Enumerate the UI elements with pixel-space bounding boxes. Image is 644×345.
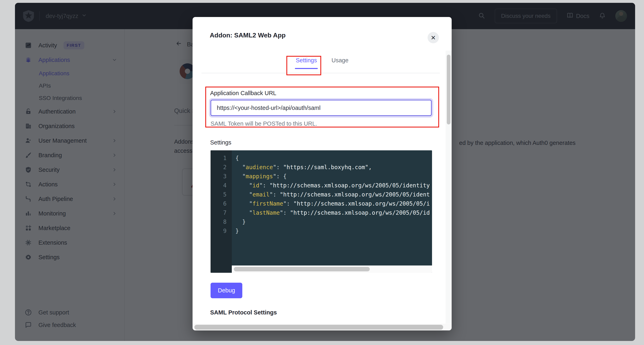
editor-line: 7 "lastName": "http://schemas.xmlsoap.or… bbox=[210, 208, 432, 217]
callback-url-helper: SAML Token will be POSTed to this URL. bbox=[210, 120, 317, 127]
app-window: dev-tyj7qyzz Discuss your needs Docs bbox=[15, 3, 635, 341]
editor-line: 8 } bbox=[210, 217, 432, 226]
modal-horizontal-scrollbar[interactable] bbox=[192, 324, 452, 330]
modal-tabs: Settings Usage bbox=[192, 57, 452, 68]
line-number: 4 bbox=[210, 181, 232, 190]
editor-line: 5 "email": "http://schemas.xmlsoap.org/w… bbox=[210, 190, 432, 199]
settings-code-editor[interactable]: 1{2 "audience": "https://saml.boxyhq.com… bbox=[210, 150, 432, 273]
callback-url-label: Application Callback URL bbox=[210, 90, 276, 97]
editor-line: 4 "id": "http://schemas.xmlsoap.org/ws/2… bbox=[210, 181, 432, 190]
editor-line: 1{ bbox=[210, 154, 432, 163]
tab-settings[interactable]: Settings bbox=[296, 57, 317, 68]
editor-line: 2 "audience": "https://saml.boxyhq.com", bbox=[210, 163, 432, 172]
line-number: 9 bbox=[210, 226, 232, 235]
line-number: 5 bbox=[210, 190, 232, 199]
editor-horizontal-scrollbar[interactable] bbox=[232, 265, 432, 273]
settings-section-label: Settings bbox=[210, 139, 232, 146]
line-number: 8 bbox=[210, 217, 232, 226]
modal-hscroll-thumb[interactable] bbox=[194, 325, 443, 330]
saml-protocol-settings-label: SAML Protocol Settings bbox=[210, 309, 277, 316]
modal-vscroll-thumb[interactable] bbox=[447, 55, 450, 124]
editor-line: 9} bbox=[210, 226, 432, 235]
line-number: 2 bbox=[210, 163, 232, 172]
modal-title: Addon: SAML2 Web App bbox=[210, 32, 286, 39]
line-number: 3 bbox=[210, 172, 232, 181]
debug-button[interactable]: Debug bbox=[210, 283, 242, 298]
line-number: 1 bbox=[210, 154, 232, 163]
screenshot-page: dev-tyj7qyzz Discuss your needs Docs bbox=[0, 0, 644, 345]
callback-url-input[interactable] bbox=[210, 100, 432, 116]
close-icon: ✕ bbox=[430, 34, 436, 41]
editor-line: 6 "firstName": "http://schemas.xmlsoap.o… bbox=[210, 199, 432, 208]
modal-vertical-scrollbar[interactable] bbox=[446, 51, 452, 323]
editor-hscroll-thumb[interactable] bbox=[234, 267, 370, 271]
editor-line: 3 "mappings": { bbox=[210, 172, 432, 181]
tabs-divider bbox=[202, 73, 440, 73]
line-number: 7 bbox=[210, 208, 232, 217]
close-button[interactable]: ✕ bbox=[428, 32, 439, 43]
tab-usage[interactable]: Usage bbox=[332, 57, 348, 68]
line-number: 6 bbox=[210, 199, 232, 208]
addon-modal: Addon: SAML2 Web App ✕ Settings Usage Ap… bbox=[192, 17, 452, 330]
